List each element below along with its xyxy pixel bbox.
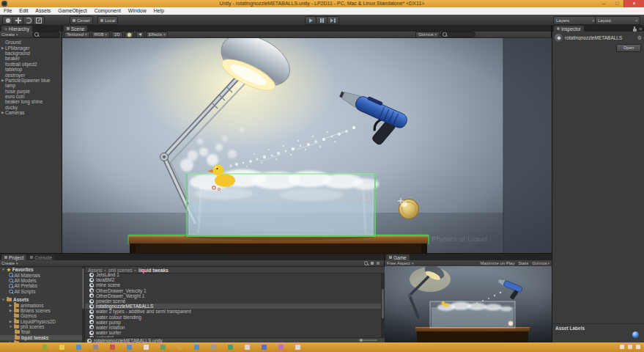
layers-dropdown[interactable]: Layers▾ xyxy=(553,16,597,25)
panel-menu-icon[interactable]: ≡ xyxy=(639,26,642,32)
project-file-row[interactable]: water colour blending xyxy=(85,315,385,320)
taskbar-icon[interactable] xyxy=(228,345,233,350)
project-file-row[interactable]: lavaBM2 xyxy=(85,277,385,282)
maximize-button[interactable]: □ xyxy=(610,0,623,7)
scene-gizmos-dropdown[interactable]: Gizmos▾ xyxy=(415,32,440,38)
tab-scene[interactable]: Scene xyxy=(64,26,87,32)
hierarchy-item[interactable]: euro coin xyxy=(0,94,62,99)
hierarchy-item[interactable]: ducky xyxy=(0,105,62,110)
breadcrumb-current[interactable]: liquid tweaks xyxy=(138,268,169,273)
taskbar-icon[interactable] xyxy=(127,345,132,350)
taskbar-icon[interactable] xyxy=(144,345,149,350)
taskbar-icon[interactable] xyxy=(245,345,250,350)
taskbar-icon[interactable] xyxy=(194,345,199,350)
hierarchy-item[interactable]: hose purple xyxy=(0,89,62,94)
taskbar-icon[interactable] xyxy=(278,345,284,350)
hierarchy-item[interactable]: Ground xyxy=(0,40,62,45)
tab-project[interactable]: Project xyxy=(1,254,26,260)
hierarchy-item[interactable]: ▶Cameras xyxy=(0,110,62,115)
menu-window[interactable]: Window xyxy=(125,7,150,15)
menu-file[interactable]: File xyxy=(0,7,15,15)
maximize-on-play-toggle[interactable]: Maximize on Play xyxy=(480,261,514,265)
hierarchy-item[interactable]: beaker xyxy=(0,56,62,61)
tab-game[interactable]: Game xyxy=(386,254,410,260)
lock-icon[interactable] xyxy=(633,29,637,32)
favorites-header-row[interactable]: ▼ ★ Favorites xyxy=(0,267,84,272)
project-file-row[interactable]: mine scene xyxy=(85,282,385,287)
scene-search-input[interactable] xyxy=(440,32,475,37)
favorite-item[interactable]: All Models xyxy=(0,278,84,283)
taskbar-icon[interactable] xyxy=(42,345,48,350)
render-mode-dropdown[interactable]: Textured▾ xyxy=(64,32,90,38)
favorite-item[interactable]: All Materials xyxy=(0,272,84,277)
hierarchy-item[interactable]: destroyer xyxy=(0,72,62,77)
tab-console[interactable]: Console xyxy=(27,254,55,260)
folder-row[interactable]: ▶LiquidPhysics2D xyxy=(0,319,84,324)
asset-labels-header[interactable]: Asset Labels xyxy=(552,323,644,332)
taskbar-icon[interactable] xyxy=(160,345,166,350)
menu-gameobject[interactable]: GameObject xyxy=(54,7,90,15)
folder-row[interactable]: final xyxy=(0,329,84,334)
folder-row[interactable]: Gizmos xyxy=(0,313,84,318)
tree-scrollbar[interactable] xyxy=(82,267,84,343)
layout-dropdown[interactable]: Layout▾ xyxy=(595,16,640,25)
project-file-row[interactable]: OtherDrawer_Weight 1 xyxy=(85,293,385,298)
taskbar-icon[interactable] xyxy=(76,345,81,350)
search-icon[interactable] xyxy=(364,261,369,265)
taskbar-icon[interactable] xyxy=(177,345,182,350)
hierarchy-item[interactable]: lamp xyxy=(0,83,62,88)
scene-viewport[interactable]: Physics of Liquid xyxy=(62,38,552,253)
project-file-row[interactable]: OtherDrawer_Velocity 1 xyxy=(85,288,385,293)
scale-tool-button[interactable] xyxy=(33,16,45,25)
effects-dropdown[interactable]: Effects▾ xyxy=(146,32,169,38)
project-file-row[interactable]: water surfer xyxy=(85,330,385,335)
project-file-row-selected[interactable]: rotatingnozzleMETABALLS xyxy=(85,304,385,309)
close-button[interactable]: × xyxy=(623,0,644,7)
folder-row[interactable]: ▶animations xyxy=(0,302,84,307)
project-file-row[interactable]: water 2 types - additive and semi transp… xyxy=(85,309,385,314)
menu-assets[interactable]: Assets xyxy=(32,7,54,15)
favorite-item[interactable]: All Scripts xyxy=(0,289,84,294)
thumbnail-size-slider[interactable] xyxy=(358,340,377,341)
menu-edit[interactable]: Edit xyxy=(15,7,32,15)
project-file-row[interactable]: water pump xyxy=(85,320,385,325)
search-by-label-icon[interactable] xyxy=(377,262,380,265)
space-toggle-button[interactable]: Local xyxy=(97,16,118,25)
render-channel-dropdown[interactable]: RGB▾ xyxy=(92,32,111,38)
toggle-2d-button[interactable]: 2D xyxy=(111,32,123,38)
hierarchy-item[interactable]: ▶LPManager xyxy=(0,45,62,50)
project-file-row[interactable]: JetsLand 1 xyxy=(85,272,385,277)
tab-inspector[interactable]: Inspector xyxy=(554,26,584,32)
favorite-item[interactable]: All Prefabs xyxy=(0,283,84,288)
search-by-type-icon[interactable] xyxy=(371,262,374,265)
asset-bundle-orb-icon[interactable] xyxy=(632,331,639,338)
scene-lighting-button[interactable] xyxy=(125,32,134,38)
scene-audio-button[interactable] xyxy=(136,32,144,38)
taskbar-icon[interactable] xyxy=(295,345,300,350)
menu-help[interactable]: Help xyxy=(150,7,168,15)
folder-row-selected[interactable]: liquid tweaks xyxy=(0,335,84,340)
game-gizmos-dropdown[interactable]: Gizmos▾ xyxy=(532,261,549,265)
tab-hierarchy[interactable]: ≡ Hierarchy xyxy=(1,26,32,32)
gear-icon[interactable]: ⚙ xyxy=(637,35,642,40)
aspect-dropdown[interactable]: Free Aspect▾ xyxy=(387,261,414,265)
taskbar-icon[interactable] xyxy=(110,345,115,350)
project-create-button[interactable]: Create▾ xyxy=(1,261,18,265)
tray-icon[interactable] xyxy=(628,345,632,349)
hierarchy-item[interactable]: football object2 xyxy=(0,62,62,67)
hierarchy-search-input[interactable] xyxy=(32,32,60,37)
project-file-row[interactable]: powder scene xyxy=(85,298,385,304)
hierarchy-item[interactable]: tabletop xyxy=(0,67,62,72)
tray-icon[interactable] xyxy=(620,345,624,349)
taskbar-icon[interactable] xyxy=(262,345,267,350)
pivot-toggle-button[interactable]: Center xyxy=(70,16,93,25)
minimize-button[interactable]: – xyxy=(597,0,610,7)
project-file-row[interactable]: water rotation xyxy=(85,325,385,330)
menu-component[interactable]: Component xyxy=(91,7,125,15)
hierarchy-item[interactable]: beaker long shine xyxy=(0,99,62,104)
folder-row[interactable]: ▶Brians scenes xyxy=(0,308,84,313)
game-viewport[interactable] xyxy=(385,266,552,343)
tray-icon[interactable] xyxy=(636,345,640,349)
stats-toggle[interactable]: Stats xyxy=(518,261,528,265)
step-button[interactable] xyxy=(327,16,339,25)
